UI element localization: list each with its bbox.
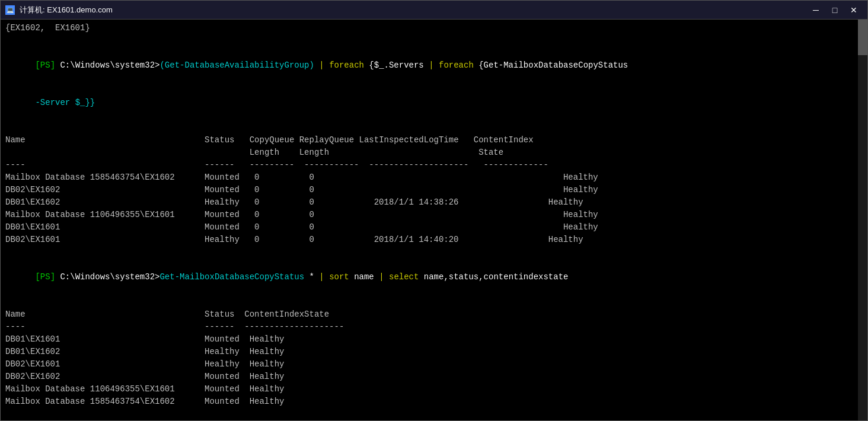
table-row: DB02\EX1601 Healthy Healthy <box>5 358 863 371</box>
t2-h-name: Name <box>5 310 205 319</box>
cmd-get-mdbcs: Get-MailboxDatabaseCopyStatus <box>159 272 304 282</box>
t1-h-lilt: LastInspectedLogTime <box>359 135 474 145</box>
foreach-2: foreach <box>439 60 474 70</box>
t1-h-status: Status <box>205 135 250 145</box>
minimize-button[interactable]: ─ <box>807 4 825 16</box>
pipe-2: | <box>424 60 439 70</box>
spacer-4 <box>5 296 863 308</box>
table-row: Mailbox Database 1585463754\EX1602 Mount… <box>5 171 863 184</box>
t1-h-lilt2 <box>364 148 478 157</box>
t1-s-status: ------ <box>205 160 250 170</box>
command-line-1: [PS] C:\Windows\system32>(Get-DatabaseAv… <box>5 47 863 84</box>
ps-prompt-1: [PS] <box>35 60 60 70</box>
sort-arg: name <box>349 272 374 282</box>
t2-s-status: ------ <box>205 322 244 331</box>
table1-header2: Length Length State <box>5 146 863 159</box>
arg-get-mdbcs: {Get-MailboxDatabaseCopyStatus <box>474 60 628 70</box>
scrollbar[interactable] <box>858 20 867 420</box>
window-title: 计算机: EX1601.demo.com <box>20 5 807 15</box>
t1-h-cql: CopyQueue <box>250 135 299 145</box>
t1-s-cql: --------- <box>250 160 304 170</box>
scrollbar-thumb[interactable] <box>858 20 867 55</box>
terminal-body[interactable]: {EX1602, EX1601} [PS] C:\Windows\system3… <box>1 20 867 420</box>
t1-h-cis2: State <box>478 148 503 157</box>
table-row: DB01\EX1601 Mounted 0 0 Healthy <box>5 221 863 234</box>
cmd-get-dag: (Get-DatabaseAvailabilityGroup) <box>159 60 314 70</box>
arg-servers: {$_.Servers <box>364 60 424 70</box>
spacer-3 <box>5 246 863 259</box>
arg-star: * <box>304 272 314 282</box>
table-row: DB01\EX1602 Healthy Healthy <box>5 346 863 358</box>
command-line-1-cont: -Server $_}} <box>5 84 863 122</box>
table2-sep: ---- ------ -------------------- <box>5 321 863 333</box>
spacer-2 <box>5 122 863 134</box>
t2-s-name: ---- <box>5 322 205 331</box>
select-cmd: select <box>389 272 419 282</box>
t1-h-cis: ContentIndex <box>474 135 534 145</box>
spacer-1 <box>5 34 863 47</box>
window-icon: 💻 <box>5 5 15 15</box>
table-row: DB01\EX1601 Mounted Healthy <box>5 333 863 346</box>
path-2: C:\Windows\system32> <box>60 272 159 282</box>
maximize-button[interactable]: □ <box>826 4 844 16</box>
t1-h-rql2: Length <box>299 148 364 157</box>
table-row: DB02\EX1602 Mounted Healthy <box>5 371 863 383</box>
t1-h-name: Name <box>5 135 205 145</box>
output-line-1: {EX1602, EX1601} <box>5 22 863 34</box>
t1-h-name2 <box>5 148 205 157</box>
t2-h-status: Status <box>205 310 244 319</box>
table-row: DB01\EX1602 Healthy 0 0 2018/1/1 14:38:2… <box>5 196 863 209</box>
t1-s-cis: ------------- <box>484 160 548 170</box>
t2-s-cis: -------------------- <box>244 322 344 331</box>
title-bar: 💻 计算机: EX1601.demo.com ─ □ ✕ <box>1 1 867 20</box>
ps-prompt-2: [PS] <box>35 272 60 282</box>
pipe-1: | <box>314 60 329 70</box>
t1-h-rql: ReplayQueue <box>299 135 359 145</box>
t1-s-rql: ----------- <box>304 160 369 170</box>
t1-h-status2 <box>205 148 250 157</box>
table-row: Mailbox Database 1106496355\EX1601 Mount… <box>5 383 863 396</box>
select-arg: name,status,contentindexstate <box>419 272 568 282</box>
pipe-4: | <box>374 272 389 282</box>
foreach-1: foreach <box>329 60 364 70</box>
t1-s-name: ---- <box>5 160 205 170</box>
window-controls: ─ □ ✕ <box>807 4 863 16</box>
path-1: C:\Windows\system32> <box>60 60 159 70</box>
table-row: DB02\EX1602 Mounted 0 0 Healthy <box>5 184 863 196</box>
table-row: Mailbox Database 1585463754\EX1602 Mount… <box>5 396 863 408</box>
server-param: -Server $_}} <box>35 98 95 107</box>
table-row: Mailbox Database 1106496355\EX1601 Mount… <box>5 209 863 221</box>
table2-header: Name Status ContentIndexState <box>5 308 863 321</box>
window: 💻 计算机: EX1601.demo.com ─ □ ✕ {EX1602, EX… <box>0 0 868 421</box>
command-line-2: [PS] C:\Windows\system32>Get-MailboxData… <box>5 259 863 296</box>
t1-h-cql2: Length <box>250 148 299 157</box>
table-row: DB02\EX1601 Healthy 0 0 2018/1/1 14:40:2… <box>5 234 863 246</box>
sort-cmd: sort <box>329 272 349 282</box>
t2-h-cis: ContentIndexState <box>244 310 329 319</box>
table1-sep: ---- ------ --------- ----------- ------… <box>5 159 863 171</box>
table1-header: Name Status CopyQueue ReplayQueue LastIn… <box>5 134 863 146</box>
close-button[interactable]: ✕ <box>845 4 863 16</box>
t1-s-lilt: -------------------- <box>369 160 483 170</box>
pipe-3: | <box>314 272 329 282</box>
